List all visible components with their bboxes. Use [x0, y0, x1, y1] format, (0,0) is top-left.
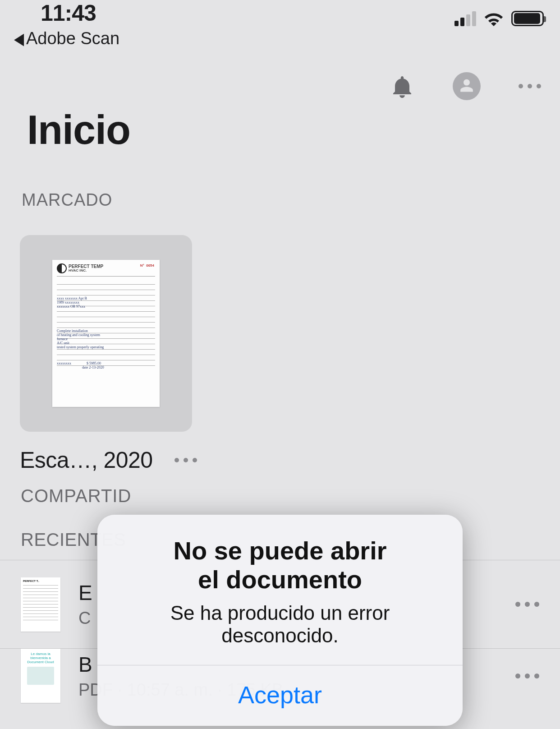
account-button[interactable]	[453, 72, 481, 100]
marked-caption: Esca…, 2020	[20, 447, 153, 473]
back-to-app[interactable]: ◀ Adobe Scan	[0, 27, 560, 48]
status-time: 11:43	[41, 0, 96, 26]
marked-caption-row: Esca…, 2020	[0, 432, 560, 473]
dialog-title: No se puede abrirel documento	[114, 536, 446, 595]
accept-button[interactable]: Aceptar	[97, 665, 463, 726]
dialog-message: Se ha producido un error desconocido.	[114, 595, 446, 647]
status-right	[454, 0, 544, 26]
section-shared-label: COMPARTID	[0, 473, 560, 506]
battery-icon	[511, 11, 544, 26]
marked-more-button[interactable]	[174, 458, 197, 462]
person-icon	[459, 78, 474, 94]
list-item-more-button[interactable]	[515, 674, 539, 678]
back-caret-icon: ◀	[14, 29, 24, 48]
header-actions	[390, 72, 541, 100]
document-thumbnail: N° 0054 PERFECT TEMP HVAC INC. xxxx xxxx…	[52, 260, 160, 407]
status-bar: 11:43	[0, 0, 560, 27]
section-marked-label: MARCADO	[0, 153, 560, 210]
back-app-label: Adobe Scan	[26, 29, 119, 48]
wifi-icon	[483, 11, 504, 26]
marked-document-card[interactable]: N° 0054 PERFECT TEMP HVAC INC. xxxx xxxx…	[20, 235, 192, 432]
error-dialog: No se puede abrirel documento Se ha prod…	[97, 515, 463, 726]
page-title: Inicio	[0, 48, 560, 153]
cellular-icon	[454, 11, 476, 26]
document-thumbnail: PERFECT T..	[21, 577, 60, 632]
document-thumbnail: Le damos labienvenida aDocument Cloud	[21, 649, 60, 703]
more-button[interactable]	[519, 84, 541, 88]
notifications-button[interactable]	[390, 74, 415, 99]
list-item-more-button[interactable]	[515, 602, 539, 607]
bell-icon	[391, 74, 413, 98]
